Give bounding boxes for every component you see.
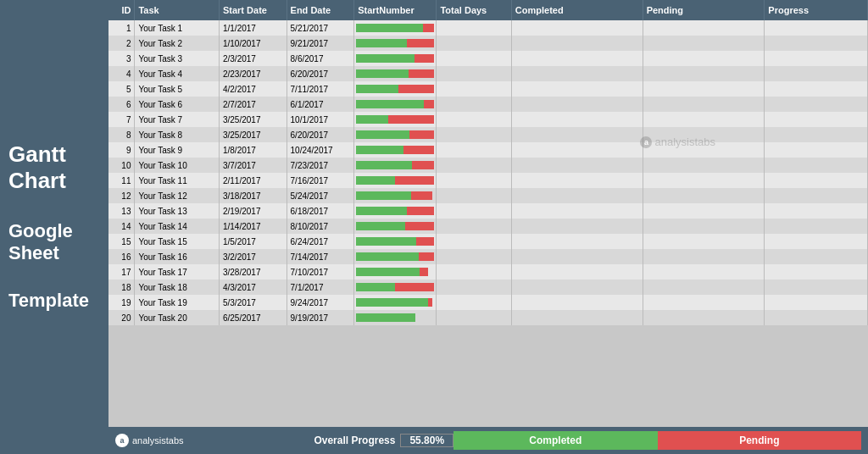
bar-red	[395, 176, 434, 185]
footer-brand-name: analysistabs	[132, 435, 184, 446]
cell-pending	[643, 173, 765, 188]
cell-task: Your Task 4	[135, 66, 220, 81]
cell-progress	[765, 249, 868, 264]
sidebar-subtitle: Google Sheet	[8, 220, 73, 265]
footer-brand: a analysistabs	[115, 434, 242, 447]
bar-green	[356, 313, 415, 322]
cell-total	[437, 97, 511, 112]
cell-end: 6/1/2017	[287, 97, 354, 112]
cell-end: 8/10/2017	[287, 219, 354, 234]
cell-end: 5/24/2017	[287, 188, 354, 203]
main-content: a analysistabs ID Task Start Date End Da…	[108, 0, 868, 454]
cell-total	[437, 51, 511, 66]
cell-startnum-bar	[354, 81, 437, 97]
cell-startnum-bar	[354, 249, 437, 264]
cell-pending	[643, 112, 765, 127]
cell-progress	[765, 142, 868, 158]
sidebar-template: Template	[8, 290, 89, 312]
bar-red	[419, 252, 434, 261]
cell-completed	[511, 36, 643, 51]
cell-task: Your Task 16	[135, 249, 220, 264]
cell-end: 10/24/2017	[287, 142, 354, 158]
cell-total	[437, 295, 511, 310]
cell-pending	[643, 249, 765, 264]
cell-completed	[511, 264, 643, 280]
cell-pending	[643, 219, 765, 234]
cell-total	[437, 66, 511, 81]
bar-green	[356, 146, 403, 154]
table-row: 3 Your Task 3 2/3/2017 8/6/2017	[108, 51, 868, 66]
cell-task: Your Task 3	[135, 51, 220, 66]
cell-completed	[511, 51, 643, 66]
cell-pending	[643, 234, 765, 249]
bar-red	[411, 191, 432, 200]
cell-pending	[643, 142, 765, 158]
cell-pending	[643, 310, 765, 325]
cell-end: 6/20/2017	[287, 127, 354, 142]
bar-red	[416, 237, 434, 246]
table-body: 1 Your Task 1 1/1/2017 5/21/2017 2 Your …	[108, 20, 868, 325]
cell-completed	[511, 203, 643, 219]
cell-progress	[765, 203, 868, 219]
cell-id: 13	[108, 203, 135, 219]
cell-id: 8	[108, 127, 135, 142]
cell-id: 7	[108, 112, 135, 127]
cell-progress	[765, 280, 868, 295]
cell-task: Your Task 10	[135, 158, 220, 173]
th-task: Task	[135, 0, 220, 20]
cell-task: Your Task 2	[135, 36, 220, 51]
th-total: Total Days	[437, 0, 511, 20]
bar-green	[356, 298, 428, 307]
cell-progress	[765, 51, 868, 66]
cell-end: 7/10/2017	[287, 264, 354, 280]
bar-green	[356, 268, 420, 276]
bar-red	[388, 115, 434, 124]
cell-completed	[511, 219, 643, 234]
bar-red	[409, 130, 434, 139]
cell-completed	[511, 127, 643, 142]
bar-green	[356, 237, 416, 246]
cell-end: 8/6/2017	[287, 51, 354, 66]
cell-task: Your Task 18	[135, 280, 220, 295]
bar-red	[412, 161, 434, 169]
cell-total	[437, 280, 511, 295]
table-row: 6 Your Task 6 2/7/2017 6/1/2017	[108, 97, 868, 112]
cell-completed	[511, 280, 643, 295]
cell-id: 20	[108, 310, 135, 325]
cell-end: 10/1/2017	[287, 112, 354, 127]
table-row: 19 Your Task 19 5/3/2017 9/24/2017	[108, 295, 868, 310]
bar-red	[395, 283, 434, 291]
cell-start: 3/7/2017	[219, 158, 287, 173]
table-row: 9 Your Task 9 1/8/2017 10/24/2017	[108, 142, 868, 158]
cell-task: Your Task 13	[135, 203, 220, 219]
cell-task: Your Task 5	[135, 81, 220, 97]
cell-id: 18	[108, 280, 135, 295]
cell-pending	[643, 36, 765, 51]
cell-pending	[643, 81, 765, 97]
cell-total	[437, 158, 511, 173]
bar-green	[356, 222, 405, 230]
th-progress: Progress	[765, 0, 868, 20]
bar-red	[405, 222, 434, 230]
cell-pending	[643, 158, 765, 173]
cell-task: Your Task 15	[135, 234, 220, 249]
cell-end: 9/21/2017	[287, 36, 354, 51]
cell-completed	[511, 295, 643, 310]
cell-startnum-bar	[354, 97, 437, 112]
cell-pending	[643, 97, 765, 112]
cell-start: 1/5/2017	[219, 234, 287, 249]
bar-red	[407, 39, 434, 47]
cell-task: Your Task 6	[135, 97, 220, 112]
cell-task: Your Task 8	[135, 127, 220, 142]
cell-progress	[765, 310, 868, 325]
bar-red	[420, 268, 428, 276]
table-row: 15 Your Task 15 1/5/2017 6/24/2017	[108, 234, 868, 249]
cell-completed	[511, 310, 643, 325]
bar-red	[409, 69, 435, 78]
cell-task: Your Task 7	[135, 112, 220, 127]
th-completed: Completed	[511, 0, 643, 20]
cell-startnum-bar	[354, 310, 437, 325]
cell-total	[437, 112, 511, 127]
bar-red	[424, 100, 435, 108]
table-row: 8 Your Task 8 3/25/2017 6/20/2017	[108, 127, 868, 142]
